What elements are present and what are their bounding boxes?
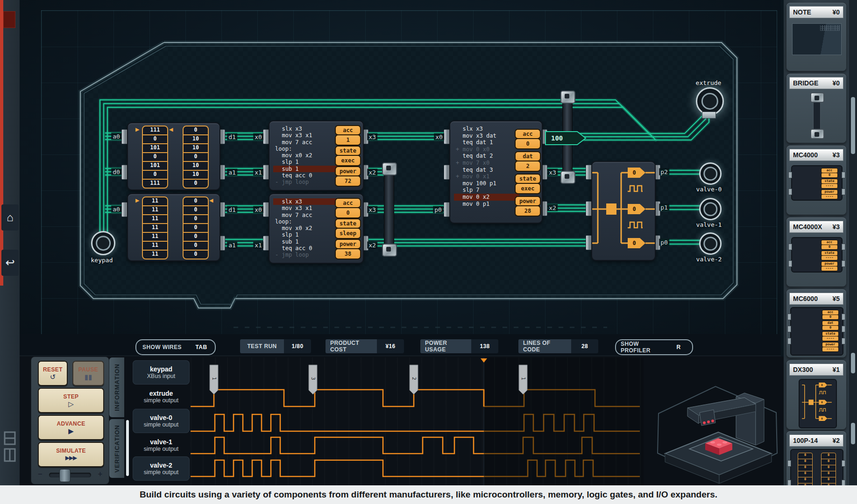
status-power-usage[interactable]: POWER USAGE138	[420, 339, 498, 353]
mini-pin	[842, 314, 845, 320]
signal-type: simple output	[144, 421, 178, 428]
tab-information[interactable]: INFORMATION	[109, 357, 124, 417]
reset-icon: ↺	[50, 373, 56, 380]
component-price: ¥1	[832, 366, 840, 373]
wire-label-d0: d0	[111, 168, 121, 175]
register-state: stateexec	[515, 174, 541, 194]
mini-register-value: ----	[821, 183, 838, 189]
memory-cell: 11	[143, 232, 167, 241]
register-name: power	[515, 196, 541, 206]
output-tag	[819, 383, 827, 387]
palette-scrollbar-thumb[interactable]	[851, 353, 855, 373]
waveform-extrude	[191, 390, 484, 406]
signal-keypad: keypadXBus input	[133, 360, 190, 385]
step-button[interactable]: STEP ▷	[38, 388, 104, 413]
component-card-mc6000[interactable]: MC6000¥5acc0dat0state----power----	[786, 289, 846, 357]
status-show-wires[interactable]: SHOW WIRESTAB	[135, 339, 216, 355]
simulate-icon: ▶▶▶	[65, 455, 77, 462]
component-card-mc4000[interactable]: MC4000¥3acc0state----power----	[786, 146, 846, 215]
terminal-valve-2	[699, 232, 722, 255]
wire-label-x3: x3	[367, 133, 377, 140]
code-line: mov 0 p1	[454, 201, 519, 208]
reset-button[interactable]: RESET ↺	[38, 361, 68, 386]
wire-label-a0: a0	[111, 133, 121, 140]
status-show-profiler[interactable]: SHOW PROFILERR	[615, 339, 693, 355]
wire-label-p2: p2	[659, 168, 669, 175]
register-acc: acc1	[335, 125, 361, 146]
shenzhen-io-window: 11101010101011101010010100▶◀111111111111…	[0, 0, 857, 504]
wire-label-x3: x3	[367, 206, 377, 213]
wire-label-p1: p1	[659, 204, 669, 211]
memory-cell: 0	[184, 179, 208, 188]
memory-cell: 0	[143, 134, 167, 143]
status-test-run[interactable]: TEST RUN1/80	[240, 339, 311, 353]
code-line: slp 1	[273, 231, 339, 238]
palette-scrollbar-thumb[interactable]	[851, 423, 855, 444]
wire-label-d1: d1	[227, 206, 237, 213]
component-card-mc4000x[interactable]: MC4000X¥3acc0state----power----	[786, 217, 846, 287]
mini-register: state----	[821, 251, 838, 260]
bridge-component[interactable]	[384, 164, 394, 254]
register-value: 72	[335, 175, 361, 187]
mini-register: power----	[821, 189, 838, 199]
wire-label-p0: p0	[433, 206, 443, 213]
mini-pin	[842, 460, 845, 467]
memory-cell: 10	[184, 170, 208, 179]
mc4000-chip-0[interactable]: slx x3 mov x3 x1 mov 7 accloop: mov x0 x…	[269, 120, 364, 191]
component-price: ¥0	[832, 79, 840, 87]
slider-thumb[interactable]	[59, 469, 71, 482]
palette-scrollbar-thumb[interactable]	[851, 97, 855, 154]
code-listing: slx x3 mov x3 x1 mov 7 accloop: mov x0 x…	[275, 126, 339, 186]
memory-chip-0[interactable]: 11101010101011101010010100▶◀	[127, 122, 220, 190]
advance-button[interactable]: ADVANCE ▶	[38, 415, 104, 440]
tab-verification[interactable]: VERIFICATION	[109, 419, 124, 478]
register-value: 1	[335, 134, 361, 146]
memory-column: 111010101010111	[142, 126, 168, 189]
mc4000-chip-1[interactable]: slx x3 mov x3 x1 mov 7 accloop: mov x0 x…	[269, 193, 364, 264]
xbus-value-text: 1	[520, 377, 526, 380]
register-power: power28	[515, 196, 541, 217]
memory-cell: 10	[184, 134, 208, 143]
component-card-bridge[interactable]: BRIDGE¥0	[786, 74, 846, 143]
signal-name: keypad	[150, 365, 172, 373]
waveform-valve-2	[191, 460, 484, 476]
memory-cell: 0	[184, 232, 208, 241]
memory-cell: 0	[184, 223, 208, 232]
status-lines-of-code[interactable]: LINES OF CODE28	[518, 339, 598, 353]
mini-register: acc0	[821, 168, 838, 178]
pause-button[interactable]: PAUSE ▮▮	[72, 361, 104, 386]
status-label: PRODUCT COST	[326, 339, 377, 353]
output-value: 0	[632, 240, 636, 246]
mini-pin	[842, 189, 845, 195]
home-button[interactable]: ⌂	[1, 204, 19, 231]
component-price: ¥2	[832, 437, 840, 444]
slider-minus[interactable]: −	[38, 470, 42, 478]
dx300-chip[interactable]: 000	[591, 161, 656, 261]
component-price: ¥3	[832, 151, 840, 159]
memory-cell: 0	[184, 197, 208, 205]
pause-label: PAUSE	[78, 366, 98, 373]
simulate-button[interactable]: SIMULATE ▶▶▶	[38, 442, 104, 467]
memory-cell: 0	[143, 170, 167, 179]
accent-stripe	[0, 0, 3, 286]
memory-cell: 0	[184, 205, 208, 214]
component-name: BRIDGE	[793, 79, 818, 87]
code-line: + mov 0 x0	[454, 146, 519, 153]
component-card-dx300[interactable]: DX300¥1000	[786, 360, 846, 429]
component-card-note[interactable]: NOTE¥0	[786, 3, 846, 71]
tab-information-label: INFORMATION	[113, 364, 120, 411]
slider-plus[interactable]: +	[98, 470, 102, 478]
status-product-cost[interactable]: PRODUCT COST¥16	[326, 339, 404, 353]
mini-memory-cell: 0	[798, 453, 812, 459]
component-name: NOTE	[793, 8, 811, 16]
mini-memory-cell: 0	[798, 465, 812, 471]
memory-chip-1[interactable]: 111111111111110000000▶◀	[127, 193, 220, 261]
mini-register-value: ----	[821, 255, 838, 260]
output-tag	[628, 238, 645, 248]
mc6000-chip[interactable]: slx x3 mov x3 dat teq dat 1+ mov 0 x0 te…	[449, 120, 543, 224]
code-line: slp 1	[273, 159, 339, 165]
back-button[interactable]: ↩	[1, 250, 19, 276]
register-name: dat	[515, 151, 541, 161]
signal-name: valve-2	[150, 462, 172, 469]
code-listing: slx x3 mov x3 x1 mov 7 accloop: mov x0 x…	[275, 198, 339, 259]
